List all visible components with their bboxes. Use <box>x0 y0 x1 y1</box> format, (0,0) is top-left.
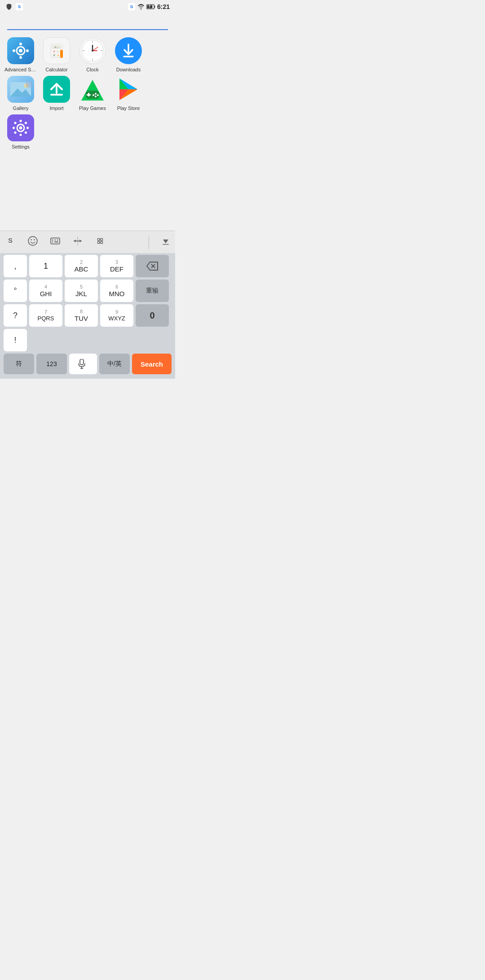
svg-rect-64 <box>24 121 27 124</box>
s-logo-left-icon: S <box>15 3 23 11</box>
key-6-mno[interactable]: 6 MNO <box>100 280 133 302</box>
svg-marker-87 <box>163 239 168 243</box>
key-2-abc[interactable]: 2 ABC <box>65 255 98 277</box>
search-bar-container <box>0 13 175 30</box>
svg-point-48 <box>95 93 97 95</box>
zero-key[interactable]: 0 <box>136 304 169 327</box>
svg-point-12 <box>19 49 22 52</box>
svg-rect-75 <box>57 240 58 241</box>
search-input[interactable] <box>7 16 168 30</box>
question-key[interactable]: ? <box>4 304 27 327</box>
app-item-play-store[interactable]: Play Store <box>112 76 145 111</box>
app-label-downloads: Downloads <box>116 67 141 72</box>
status-left-icons: S <box>5 3 23 11</box>
exclaim-key[interactable]: ! <box>4 329 27 351</box>
hide-keyboard-icon[interactable] <box>162 237 170 247</box>
status-bar: S S 6:21 <box>0 0 175 13</box>
svg-point-70 <box>31 239 32 241</box>
bottom-keyboard-row: 符 123 中/英 Search <box>2 354 173 376</box>
chongshu-label: 重输 <box>146 287 159 295</box>
app-item-downloads[interactable]: Downloads <box>112 37 145 72</box>
svg-rect-61 <box>13 127 15 129</box>
app-item-calculator[interactable]: + - + - × = Calculator <box>40 37 73 72</box>
backspace-icon <box>146 262 158 271</box>
svg-text:+  -: + - <box>54 45 59 49</box>
app-item-play-games[interactable]: Play Games <box>76 76 109 111</box>
toolbar-divider <box>149 236 149 249</box>
svg-rect-92 <box>80 359 84 365</box>
app-item-clock[interactable]: Clock <box>76 37 109 72</box>
backspace-key[interactable] <box>136 255 169 277</box>
chongshu-key[interactable]: 重输 <box>136 280 169 302</box>
svg-rect-24 <box>60 50 63 58</box>
svg-point-4 <box>141 9 141 10</box>
app-label-settings: Settings <box>12 144 30 149</box>
keyboard-bottom-pad <box>0 376 175 379</box>
svg-rect-74 <box>54 240 56 241</box>
key-9-wxyz[interactable]: 9 WXYZ <box>100 304 133 327</box>
number-keys-grid: 1 2 ABC 3 DEF <box>29 255 172 351</box>
svg-text:=: = <box>57 53 59 57</box>
app-label-clock: Clock <box>86 67 99 72</box>
svg-point-51 <box>93 94 94 96</box>
svg-text:S: S <box>130 4 133 9</box>
lang-key[interactable]: 中/英 <box>99 354 130 374</box>
time-display: 6:21 <box>157 3 170 10</box>
key-5-jkl[interactable]: 5 JKL <box>65 280 98 302</box>
svg-point-33 <box>92 50 93 52</box>
app-label-calculator: Calculator <box>45 67 68 72</box>
key-4-ghi[interactable]: 4 GHI <box>29 280 62 302</box>
question-label: ? <box>13 311 18 320</box>
comma-key[interactable]: , <box>4 255 27 277</box>
keyboard-toolbar: S <box>0 231 175 253</box>
svg-marker-89 <box>147 262 158 270</box>
emoji-toolbar-icon[interactable] <box>28 236 38 248</box>
svg-point-71 <box>34 239 35 241</box>
num123-key[interactable]: 123 <box>36 354 67 374</box>
swype-toolbar-icon[interactable]: S <box>5 236 15 248</box>
app-item-settings[interactable]: Settings <box>4 114 37 149</box>
app-item-advanced-settings[interactable]: Advanced Se... <box>4 37 37 72</box>
comma-label: , <box>14 262 16 271</box>
shield-icon <box>5 3 13 10</box>
keyboard-area: S <box>0 231 175 379</box>
symbol-key[interactable]: 符 <box>4 354 34 374</box>
svg-rect-73 <box>52 240 53 241</box>
app-label-play-games: Play Games <box>79 105 106 111</box>
app-label-import: Import <box>49 105 63 111</box>
key-3-def[interactable]: 3 DEF <box>100 255 133 277</box>
status-right-icons: S 6:21 <box>128 3 170 11</box>
svg-rect-78 <box>57 241 58 242</box>
svg-rect-60 <box>20 134 22 136</box>
svg-rect-76 <box>52 241 53 242</box>
symbol-label: 符 <box>16 360 22 368</box>
svg-marker-81 <box>79 240 81 243</box>
wifi-icon <box>137 3 145 10</box>
key-8-tuv[interactable]: 8 TUV <box>65 304 98 327</box>
cmd-icon[interactable] <box>95 236 105 248</box>
app-label-play-store: Play Store <box>117 105 140 111</box>
space-key[interactable] <box>69 354 97 374</box>
degree-label: ° <box>13 286 17 296</box>
key-7-pqrs[interactable]: 7 PQRS <box>29 304 62 327</box>
svg-text:×: × <box>53 53 55 57</box>
svg-rect-66 <box>24 131 27 134</box>
app-item-gallery[interactable]: Gallery <box>4 76 37 111</box>
key-1[interactable]: 1 <box>29 255 62 277</box>
search-key[interactable]: Search <box>132 354 172 374</box>
keyboard-type-icon[interactable] <box>50 236 60 248</box>
left-special-keys: , ° ? ! <box>4 255 27 351</box>
degree-key[interactable]: ° <box>4 280 27 302</box>
battery-icon <box>146 3 155 10</box>
svg-point-49 <box>97 94 99 96</box>
svg-rect-6 <box>154 6 155 8</box>
svg-point-69 <box>28 236 37 245</box>
mic-icon <box>78 359 86 369</box>
app-grid: Advanced Se... + - + - × = Calculator <box>0 30 175 157</box>
cursor-move-icon[interactable] <box>73 236 83 248</box>
search-label: Search <box>141 360 163 368</box>
app-item-import[interactable]: Import <box>40 76 73 111</box>
svg-point-50 <box>95 96 97 97</box>
svg-rect-63 <box>13 121 17 124</box>
svg-text:S: S <box>18 4 21 9</box>
